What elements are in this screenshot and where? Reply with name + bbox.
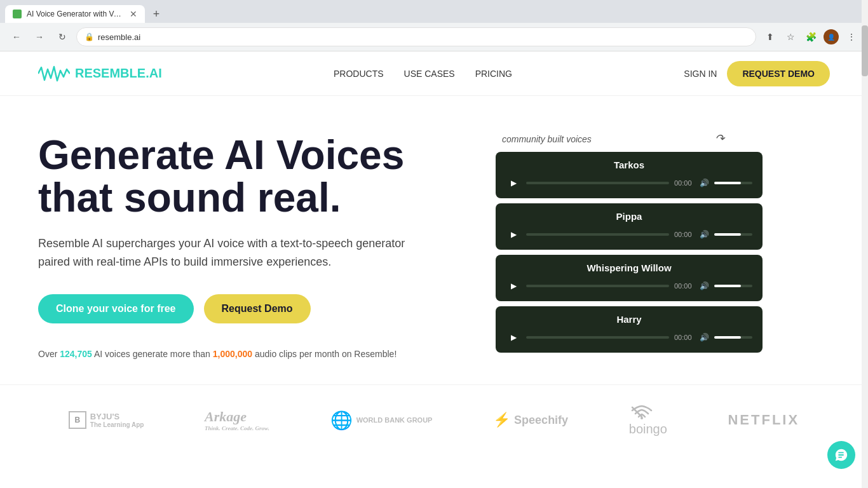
byjus-icon: B	[69, 411, 86, 429]
nav-use-cases[interactable]: USE CASES	[404, 69, 455, 79]
lock-icon: 🔒	[85, 32, 94, 41]
arkage-sub: Think. Create. Code. Grow.	[205, 425, 269, 431]
voice-player-whispering-willow: Whispering Willow ▶ 00:00 🔊	[496, 255, 763, 301]
nav-actions: ⬆ ☆ 🧩 👤 ⋮	[761, 28, 860, 46]
forward-button[interactable]: →	[31, 28, 48, 46]
speechify-icon: ⚡	[493, 412, 510, 428]
profile-icon[interactable]: 👤	[822, 28, 840, 46]
progress-bar-harry[interactable]	[526, 336, 669, 339]
play-button-whispering-willow[interactable]: ▶	[506, 278, 521, 294]
tab-title: AI Voice Generator with Voice Cl...	[27, 10, 125, 18]
voice-player-pippa: Pippa ▶ 00:00 🔊	[496, 203, 763, 250]
tab-close-icon[interactable]: ✕	[130, 9, 137, 19]
sign-in-button[interactable]: SIGN IN	[684, 69, 717, 79]
voices-count: 124,705	[60, 349, 92, 359]
partner-netflix: NETFLIX	[728, 412, 799, 428]
browser-tabs: AI Voice Generator with Voice Cl... ✕ +	[0, 0, 868, 23]
scrollbar-thumb[interactable]	[862, 25, 868, 76]
browser-nav-bar: ← → ↻ 🔒 resemble.ai ⬆ ☆ 🧩 👤 ⋮	[0, 23, 868, 51]
back-button[interactable]: ←	[8, 28, 25, 46]
extensions-icon[interactable]: 🧩	[802, 28, 820, 46]
volume-fill-harry	[714, 336, 741, 339]
volume-button-tarkos[interactable]: 🔊	[700, 179, 709, 187]
time-tarkos: 00:00	[674, 179, 695, 187]
volume-button-whispering-willow[interactable]: 🔊	[700, 281, 709, 290]
nav-pricing[interactable]: PRICING	[475, 69, 512, 79]
volume-slider-harry[interactable]	[714, 336, 752, 339]
hero-buttons: Clone your voice for free Request Demo	[38, 294, 470, 323]
partner-arkage: Arkage Think. Create. Code. Grow.	[205, 409, 269, 431]
progress-bar-whispering-willow[interactable]	[526, 285, 669, 287]
partner-boingo: boingo	[629, 404, 667, 437]
time-whispering-willow: 00:00	[674, 282, 695, 290]
hero-description: Resemble AI supercharges your AI voice w…	[38, 234, 407, 271]
hero-section: Generate AI Voices that sound real. Rese…	[0, 96, 868, 384]
partner-world-bank: 🌐 WORLD BANK GROUP	[330, 410, 433, 431]
new-tab-button[interactable]: +	[147, 5, 165, 23]
boingo-wifi-icon	[629, 404, 667, 422]
browser-chrome: AI Voice Generator with Voice Cl... ✕ + …	[0, 0, 868, 51]
voice-name-pippa: Pippa	[506, 211, 752, 222]
tab-favicon	[13, 10, 22, 18]
voice-players: Tarkos ▶ 00:00 🔊 Pipp	[496, 152, 763, 353]
voice-player-harry: Harry ▶ 00:00 🔊	[496, 306, 763, 353]
logo-text: RESEMBLE.AI	[75, 66, 162, 81]
partners-section: B BYJU'S The Learning App Arkage Think. …	[0, 384, 868, 456]
share-icon[interactable]: ⬆	[761, 28, 779, 46]
volume-slider-tarkos[interactable]	[714, 182, 752, 184]
netflix-name: NETFLIX	[728, 412, 799, 428]
logo[interactable]: RESEMBLE.AI	[38, 64, 162, 83]
hero-right: community built voices Tarkos ▶ 00:00 🔊	[496, 134, 763, 353]
nav-actions-right: SIGN IN REQUEST DEMO	[684, 61, 830, 86]
play-button-harry[interactable]: ▶	[506, 330, 521, 345]
avatar: 👤	[824, 29, 839, 44]
time-harry: 00:00	[674, 334, 695, 341]
navbar: RESEMBLE.AI PRODUCTS USE CASES PRICING S…	[0, 51, 868, 96]
partner-speechify: ⚡ Speechify	[493, 412, 568, 428]
byjus-sub: The Learning App	[90, 421, 144, 428]
world-bank-globe-icon: 🌐	[330, 410, 353, 431]
nav-products[interactable]: PRODUCTS	[334, 69, 384, 79]
community-label: community built voices	[496, 134, 763, 144]
player-controls-whispering-willow: ▶ 00:00 🔊	[506, 278, 752, 294]
stats-text: Over 124,705 AI voices generate more tha…	[38, 349, 470, 359]
speechify-name: Speechify	[514, 414, 568, 427]
page-content: RESEMBLE.AI PRODUCTS USE CASES PRICING S…	[0, 51, 868, 456]
voice-name-whispering-willow: Whispering Willow	[506, 262, 752, 273]
request-demo-button[interactable]: REQUEST DEMO	[727, 61, 830, 86]
player-controls-tarkos: ▶ 00:00 🔊	[506, 175, 752, 191]
volume-fill-tarkos	[714, 182, 741, 184]
arkage-name: Arkage	[205, 409, 269, 425]
active-tab[interactable]: AI Voice Generator with Voice Cl... ✕	[5, 5, 145, 23]
play-button-pippa[interactable]: ▶	[506, 227, 521, 242]
hero-title: Generate AI Voices that sound real.	[38, 134, 470, 219]
volume-button-pippa[interactable]: 🔊	[700, 230, 709, 239]
chat-widget-button[interactable]	[827, 441, 855, 469]
boingo-name: boingo	[629, 422, 667, 437]
logo-waves	[38, 64, 70, 83]
world-bank-name: WORLD BANK GROUP	[356, 416, 433, 424]
voice-name-harry: Harry	[506, 314, 752, 325]
hero-left: Generate AI Voices that sound real. Rese…	[38, 134, 470, 359]
scrollbar[interactable]	[862, 0, 868, 488]
bookmark-icon[interactable]: ☆	[782, 28, 799, 46]
volume-button-harry[interactable]: 🔊	[700, 333, 709, 342]
volume-fill-whispering-willow	[714, 285, 741, 287]
progress-bar-tarkos[interactable]	[526, 182, 669, 184]
address-bar[interactable]: 🔒 resemble.ai	[76, 27, 756, 46]
menu-icon[interactable]: ⋮	[843, 28, 860, 46]
logo-waveform-icon	[38, 64, 70, 83]
partner-byjus: B BYJU'S The Learning App	[69, 411, 144, 429]
volume-slider-pippa[interactable]	[714, 233, 752, 236]
clone-voice-button[interactable]: Clone your voice for free	[38, 294, 194, 323]
play-button-tarkos[interactable]: ▶	[506, 175, 521, 191]
svg-point-0	[641, 417, 643, 419]
request-demo-hero-button[interactable]: Request Demo	[204, 294, 311, 323]
progress-bar-pippa[interactable]	[526, 233, 669, 236]
volume-slider-whispering-willow[interactable]	[714, 285, 752, 287]
url-text: resemble.ai	[98, 32, 140, 42]
volume-fill-pippa	[714, 233, 741, 236]
refresh-button[interactable]: ↻	[53, 28, 71, 46]
chat-icon	[834, 448, 848, 462]
time-pippa: 00:00	[674, 231, 695, 238]
